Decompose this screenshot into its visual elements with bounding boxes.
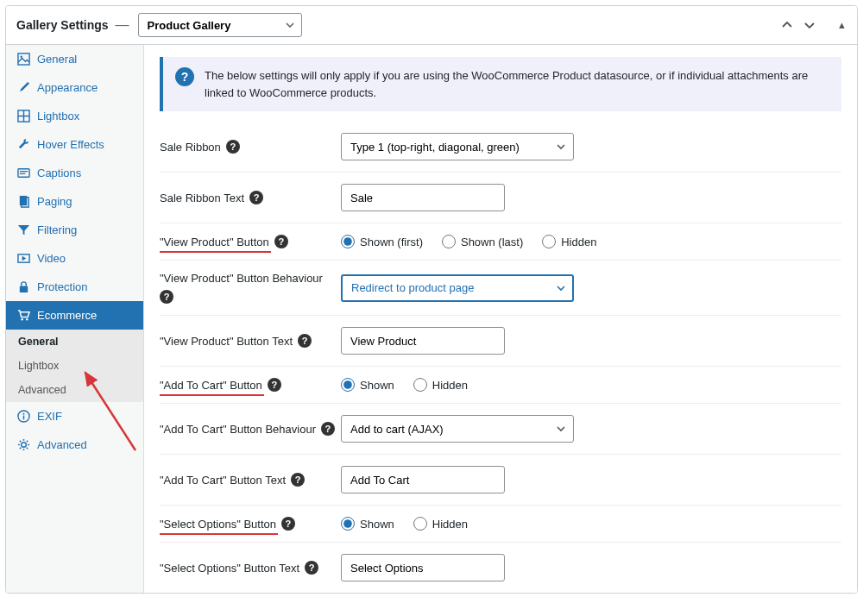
- help-icon[interactable]: ?: [291, 473, 305, 487]
- chevron-down-icon[interactable]: [801, 16, 818, 34]
- select-view-product-behaviour[interactable]: Redirect to product page: [341, 274, 574, 302]
- sidebar: General Appearance Lightbox Hover Effect…: [6, 45, 144, 593]
- sidebar-item-exif[interactable]: EXIF: [6, 402, 143, 431]
- radio-hidden[interactable]: [542, 235, 556, 248]
- sidebar-item-label: Paging: [37, 195, 72, 208]
- sidebar-item-ecommerce[interactable]: Ecommerce: [6, 301, 143, 330]
- label-view-product-text: "View Product" Button Text: [160, 335, 293, 348]
- captions-icon: [16, 167, 30, 179]
- sidebar-submenu: General Lightbox Advanced: [6, 330, 143, 402]
- sidebar-item-hover-effects[interactable]: Hover Effects: [6, 130, 143, 159]
- gallery-select[interactable]: Product Gallery: [138, 13, 302, 37]
- chevron-up-icon[interactable]: [778, 16, 796, 34]
- sidebar-item-label: Protection: [37, 280, 88, 293]
- row-view-product-button: "View Product" Button ? Shown (first) Sh…: [160, 223, 841, 261]
- grid-icon: [16, 110, 30, 123]
- sidebar-item-protection[interactable]: Protection: [6, 273, 143, 301]
- gear-icon: [16, 438, 30, 451]
- collapse-toggle-icon[interactable]: ▲: [837, 20, 847, 30]
- select-add-to-cart-behaviour[interactable]: Add to cart (AJAX): [341, 415, 574, 443]
- input-add-to-cart-text[interactable]: [341, 466, 505, 493]
- select-sale-ribbon[interactable]: Type 1 (top-right, diagonal, green): [341, 133, 574, 160]
- sidebar-item-paging[interactable]: Paging: [6, 187, 143, 216]
- panel-header: Gallery Settings — Product Gallery ▲: [6, 6, 857, 45]
- svg-point-1: [20, 55, 22, 57]
- label-view-product-behaviour: "View Product" Button Behaviour: [160, 272, 323, 285]
- row-select-options-text: "Select Options" Button Text ?: [160, 543, 841, 593]
- panel-body: General Appearance Lightbox Hover Effect…: [6, 45, 857, 593]
- radio-sob-shown[interactable]: [341, 517, 355, 531]
- settings-panel: Gallery Settings — Product Gallery ▲: [5, 5, 858, 594]
- label-add-to-cart-text: "Add To Cart" Button Text: [160, 474, 286, 487]
- header-controls: ▲: [778, 16, 847, 34]
- sidebar-item-lightbox[interactable]: Lightbox: [6, 102, 143, 130]
- question-icon: ?: [175, 67, 194, 86]
- svg-point-15: [22, 413, 24, 415]
- image-icon: [16, 53, 30, 66]
- svg-rect-11: [19, 286, 27, 293]
- sidebar-item-label: Appearance: [37, 81, 98, 94]
- sidebar-item-filtering[interactable]: Filtering: [6, 216, 143, 244]
- row-view-product-text: "View Product" Button Text ?: [160, 316, 841, 367]
- svg-point-13: [26, 318, 28, 320]
- sidebar-item-label: Advanced: [37, 438, 87, 451]
- wrench-icon: [16, 138, 30, 151]
- sidebar-sub-advanced[interactable]: Advanced: [6, 378, 143, 402]
- info-notice: ? The below settings will only apply if …: [160, 57, 841, 111]
- row-sale-ribbon: Sale Ribbon ? Type 1 (top-right, diagona…: [160, 122, 841, 173]
- sidebar-item-label: Lightbox: [37, 110, 79, 123]
- svg-point-17: [21, 443, 26, 448]
- sidebar-item-label: Filtering: [37, 223, 77, 236]
- label-view-product-button: "View Product" Button: [160, 236, 269, 248]
- sidebar-item-label: Captions: [37, 167, 81, 179]
- help-icon[interactable]: ?: [298, 334, 312, 348]
- sidebar-sub-lightbox[interactable]: Lightbox: [6, 354, 143, 378]
- svg-rect-5: [17, 169, 28, 177]
- label-sale-ribbon: Sale Ribbon: [160, 141, 221, 154]
- sidebar-item-label: Hover Effects: [37, 138, 104, 151]
- label-add-to-cart-behaviour: "Add To Cart" Button Behaviour: [160, 423, 316, 436]
- sidebar-sub-general[interactable]: General: [6, 330, 71, 354]
- settings-main: ? The below settings will only apply if …: [144, 45, 857, 593]
- radio-shown-first[interactable]: [341, 235, 355, 248]
- row-add-to-cart-button: "Add To Cart" Button ? Shown Hidden: [160, 367, 841, 404]
- label-select-options-button: "Select Options" Button: [160, 518, 276, 531]
- row-select-options-button: "Select Options" Button ? Shown Hidden: [160, 506, 841, 543]
- row-add-to-cart-behaviour: "Add To Cart" Button Behaviour ? Add to …: [160, 404, 841, 455]
- help-icon[interactable]: ?: [281, 517, 295, 531]
- radio-sob-hidden[interactable]: [413, 517, 427, 531]
- help-icon[interactable]: ?: [249, 191, 263, 204]
- sidebar-item-label: Ecommerce: [37, 309, 97, 322]
- pages-icon: [16, 195, 30, 208]
- sidebar-item-video[interactable]: Video: [6, 244, 143, 273]
- lock-icon: [16, 280, 30, 293]
- help-icon[interactable]: ?: [305, 561, 318, 575]
- brush-icon: [16, 81, 30, 94]
- info-icon: [16, 410, 30, 423]
- help-icon[interactable]: ?: [274, 235, 288, 248]
- radio-atc-hidden[interactable]: [413, 378, 427, 392]
- input-view-product-text[interactable]: [341, 327, 505, 355]
- panel-title: Gallery Settings: [16, 18, 109, 32]
- help-icon[interactable]: ?: [160, 290, 173, 304]
- row-view-product-behaviour: "View Product" Button Behaviour ? Redire…: [160, 261, 841, 316]
- svg-point-12: [21, 318, 22, 320]
- input-sale-ribbon-text[interactable]: [341, 184, 505, 211]
- gallery-select-input[interactable]: Product Gallery: [138, 13, 302, 37]
- radio-shown-last[interactable]: [442, 235, 456, 248]
- notice-text: The below settings will only apply if yo…: [205, 67, 829, 101]
- help-icon[interactable]: ?: [321, 422, 335, 436]
- input-select-options-text[interactable]: [341, 554, 505, 581]
- sidebar-item-captions[interactable]: Captions: [6, 159, 143, 187]
- help-icon[interactable]: ?: [268, 378, 281, 392]
- sidebar-item-appearance[interactable]: Appearance: [6, 73, 143, 102]
- row-sale-ribbon-text: Sale Ribbon Text ?: [160, 173, 841, 223]
- label-sale-ribbon-text: Sale Ribbon Text: [160, 192, 244, 204]
- sidebar-item-advanced[interactable]: Advanced: [6, 431, 143, 459]
- sidebar-item-label: Video: [37, 252, 66, 265]
- help-icon[interactable]: ?: [226, 140, 240, 154]
- sidebar-item-label: General: [37, 53, 77, 66]
- radio-atc-shown[interactable]: [341, 378, 355, 392]
- sidebar-item-general[interactable]: General: [6, 45, 143, 73]
- dash-icon: —: [116, 17, 129, 33]
